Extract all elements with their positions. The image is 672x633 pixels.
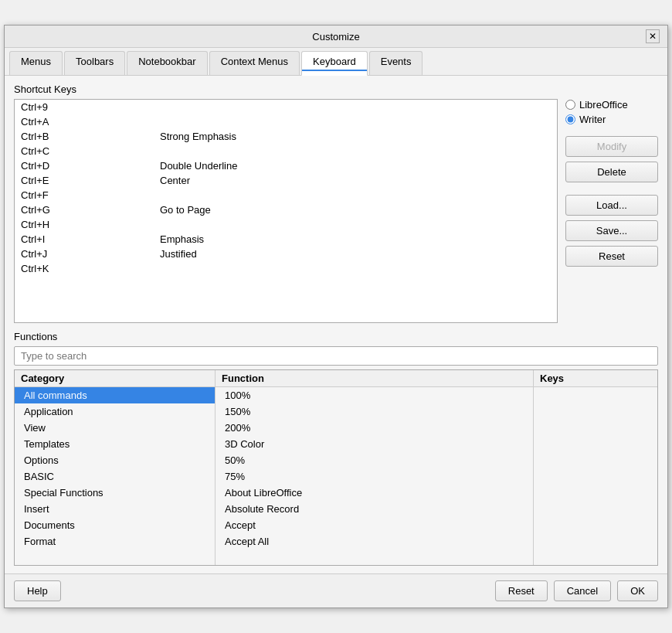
load-save-reset-group: Load... Save... Reset [565, 195, 658, 267]
list-item[interactable]: 100% [216, 387, 533, 403]
functions-headers: Category Function Keys [15, 370, 657, 387]
col-header-category: Category [15, 370, 216, 386]
tab-menus[interactable]: Menus [9, 51, 63, 75]
function-list[interactable]: 100%150%200%3D Color50%75%About LibreOff… [216, 387, 533, 565]
shortcut-key: Ctrl+F [15, 188, 154, 202]
dialog-title: Customize [26, 31, 646, 43]
shortcut-key: Ctrl+E [15, 173, 154, 188]
shortcut-function: Justified [154, 247, 557, 261]
list-item[interactable]: Application [15, 403, 215, 420]
shortcut-key: Ctrl+B [15, 129, 154, 144]
radio-writer[interactable]: Writer [565, 114, 658, 125]
shortcut-keys-label: Shortcut Keys [14, 83, 658, 95]
keys-column [534, 387, 657, 565]
tab-bar: Menus Toolbars Notebookbar Context Menus… [5, 48, 667, 76]
reset-side-button[interactable]: Reset [565, 246, 658, 267]
list-item[interactable]: All commands [15, 387, 215, 403]
table-row[interactable]: Ctrl+K [15, 261, 557, 276]
col-header-function: Function [216, 370, 534, 386]
tab-toolbars[interactable]: Toolbars [64, 51, 125, 75]
save-button[interactable]: Save... [565, 220, 658, 241]
load-button[interactable]: Load... [565, 195, 658, 216]
list-item[interactable]: Format [15, 533, 215, 550]
table-row[interactable]: Ctrl+BStrong Emphasis [15, 129, 557, 144]
functions-label: Functions [14, 331, 658, 342]
shortcut-key: Ctrl+C [15, 144, 154, 158]
list-item[interactable]: 200% [216, 420, 533, 436]
help-button[interactable]: Help [14, 580, 61, 601]
table-row[interactable]: Ctrl+DDouble Underline [15, 158, 557, 173]
list-item[interactable]: About LibreOffice [216, 485, 533, 501]
radio-libreoffice-input[interactable] [565, 100, 575, 110]
list-item[interactable]: BASIC [15, 468, 215, 485]
titlebar: Customize ✕ [5, 26, 667, 48]
list-item[interactable]: View [15, 420, 215, 436]
list-item[interactable]: Insert [15, 501, 215, 517]
list-item[interactable]: Documents [15, 517, 215, 533]
radio-writer-input[interactable] [565, 114, 575, 124]
list-item[interactable]: Accept All [216, 533, 533, 550]
table-row[interactable]: Ctrl+C [15, 144, 557, 158]
radio-group: LibreOffice Writer [565, 99, 658, 125]
list-item[interactable]: 50% [216, 452, 533, 468]
radio-libreoffice[interactable]: LibreOffice [565, 99, 658, 111]
side-controls: LibreOffice Writer Modify Delete Load...… [565, 99, 658, 267]
ok-button[interactable]: OK [617, 580, 658, 601]
functions-section: Functions Category Function Keys All com… [14, 331, 658, 566]
shortcut-function [154, 144, 557, 158]
shortcut-function: Double Underline [154, 158, 557, 173]
list-item[interactable]: Options [15, 452, 215, 468]
functions-table-body: All commandsApplicationViewTemplatesOpti… [15, 387, 657, 565]
cancel-button[interactable]: Cancel [554, 580, 611, 601]
main-content: Shortcut Keys Ctrl+9Ctrl+ACtrl+BStrong E… [5, 76, 667, 573]
list-item[interactable]: Accept [216, 517, 533, 533]
shortcut-function [154, 261, 557, 276]
tab-context-menus[interactable]: Context Menus [209, 51, 300, 75]
table-row[interactable]: Ctrl+A [15, 114, 557, 129]
list-item[interactable]: 150% [216, 403, 533, 420]
customize-dialog: Customize ✕ Menus Toolbars Notebookbar C… [4, 25, 668, 608]
table-row[interactable]: Ctrl+GGo to Page [15, 202, 557, 217]
shortcut-function: Go to Page [154, 202, 557, 217]
shortcut-key: Ctrl+J [15, 247, 154, 261]
list-item[interactable]: Absolute Record [216, 501, 533, 517]
shortcut-function: Emphasis [154, 232, 557, 247]
reset-button[interactable]: Reset [495, 580, 548, 601]
radio-writer-label: Writer [579, 114, 606, 125]
keys-list [534, 387, 657, 565]
tab-notebookbar[interactable]: Notebookbar [127, 51, 207, 75]
shortcut-area: Ctrl+9Ctrl+ACtrl+BStrong EmphasisCtrl+CC… [14, 99, 658, 323]
table-row[interactable]: Ctrl+JJustified [15, 247, 557, 261]
table-row[interactable]: Ctrl+9 [15, 100, 557, 114]
tab-keyboard[interactable]: Keyboard [301, 51, 368, 76]
shortcut-key: Ctrl+D [15, 158, 154, 173]
shortcut-function [154, 114, 557, 129]
list-item[interactable]: 75% [216, 468, 533, 485]
shortcut-function [154, 188, 557, 202]
shortcut-section: Shortcut Keys Ctrl+9Ctrl+ACtrl+BStrong E… [14, 83, 658, 323]
search-input[interactable] [14, 346, 658, 366]
bottom-right-buttons: Reset Cancel OK [495, 580, 658, 601]
shortcut-function: Strong Emphasis [154, 129, 557, 144]
list-item[interactable]: Templates [15, 436, 215, 452]
shortcut-key: Ctrl+K [15, 261, 154, 276]
category-column: All commandsApplicationViewTemplatesOpti… [15, 387, 216, 565]
list-item[interactable]: Special Functions [15, 485, 215, 501]
table-row[interactable]: Ctrl+ECenter [15, 173, 557, 188]
shortcut-key: Ctrl+H [15, 217, 154, 232]
close-button[interactable]: ✕ [646, 29, 660, 43]
shortcut-function: Center [154, 173, 557, 188]
shortcut-list[interactable]: Ctrl+9Ctrl+ACtrl+BStrong EmphasisCtrl+CC… [14, 99, 558, 323]
shortcut-function [154, 217, 557, 232]
category-list[interactable]: All commandsApplicationViewTemplatesOpti… [15, 387, 215, 565]
radio-libreoffice-label: LibreOffice [579, 99, 628, 111]
modify-button[interactable]: Modify [565, 136, 658, 157]
list-item[interactable]: 3D Color [216, 436, 533, 452]
tab-events[interactable]: Events [369, 51, 423, 75]
table-row[interactable]: Ctrl+IEmphasis [15, 232, 557, 247]
shortcut-key: Ctrl+A [15, 114, 154, 129]
table-row[interactable]: Ctrl+H [15, 217, 557, 232]
shortcut-table: Ctrl+9Ctrl+ACtrl+BStrong EmphasisCtrl+CC… [15, 100, 557, 276]
delete-button[interactable]: Delete [565, 162, 658, 182]
table-row[interactable]: Ctrl+F [15, 188, 557, 202]
